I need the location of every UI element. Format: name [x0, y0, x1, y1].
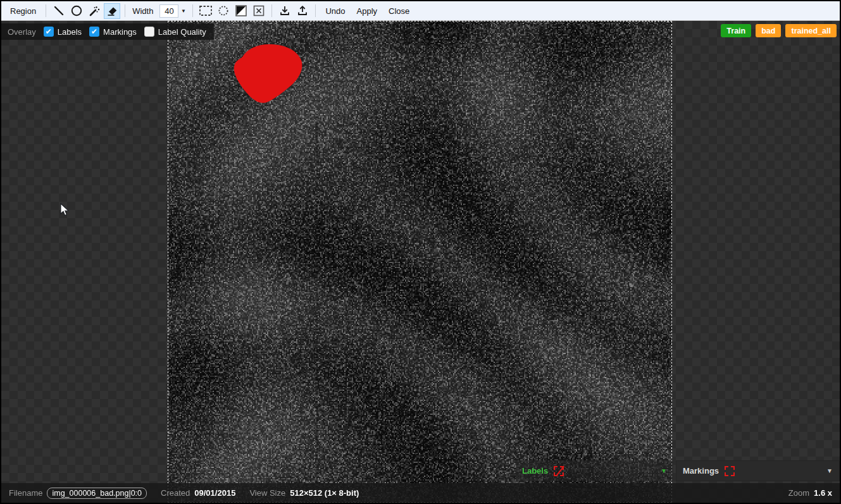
eraser-icon	[106, 4, 118, 17]
view-size-value: 512×512 (1× 8-bit)	[290, 488, 359, 498]
chevron-down-icon[interactable]: ▼	[178, 4, 188, 18]
magic-wand-icon	[88, 4, 101, 17]
apply-button[interactable]: Apply	[352, 4, 383, 18]
eraser-tool-button[interactable]	[104, 3, 120, 19]
red-dashed-slash-icon	[554, 466, 564, 476]
export-button[interactable]	[294, 3, 311, 19]
labels-dropdown-label: Labels	[522, 466, 548, 476]
image-viewport[interactable]	[168, 21, 672, 503]
x-box-icon	[252, 4, 265, 17]
checkbox-label: Markings	[103, 27, 137, 37]
workspace: Overlay ✔ Labels ✔ Markings Label Qualit…	[1, 21, 840, 503]
checkbox-unchecked-icon[interactable]	[144, 27, 154, 37]
created-value: 09/01/2015	[194, 488, 235, 498]
toolbar-separator	[46, 4, 46, 17]
circle-select-button[interactable]	[215, 3, 232, 19]
badge-train[interactable]: Train	[721, 24, 751, 37]
view-size-label: View Size	[249, 488, 285, 498]
checkbox-checked-icon[interactable]: ✔	[89, 27, 99, 37]
badge-trained-all[interactable]: trained_all	[785, 24, 837, 37]
checkbox-label: Label Quality	[158, 27, 206, 37]
checkbox-label-quality[interactable]: Label Quality	[144, 27, 206, 37]
image-canvas[interactable]	[168, 22, 671, 502]
red-dashed-square-icon	[725, 466, 735, 476]
clear-mask-button[interactable]	[251, 3, 267, 19]
undo-button[interactable]: Undo	[320, 4, 350, 18]
main-toolbar: Region	[1, 1, 840, 21]
chevron-down-icon[interactable]: ▼	[826, 467, 833, 474]
line-icon	[53, 4, 65, 17]
invert-mask-button[interactable]	[233, 3, 249, 19]
ellipse-tool-button[interactable]	[68, 3, 85, 19]
mouse-cursor	[60, 203, 70, 217]
toolbar-separator	[125, 4, 125, 17]
width-label: Width	[130, 6, 157, 16]
filename-field[interactable]: img_000006_bad.png|0:0	[47, 488, 147, 499]
ellipse-icon	[70, 4, 83, 17]
filename-label: Filename	[9, 488, 42, 498]
markings-dropdown-label: Markings	[683, 466, 719, 476]
badge-row: Train bad trained_all	[721, 24, 837, 37]
overlay-label: Overlay	[8, 27, 36, 37]
zoom-label: Zoom	[788, 488, 809, 498]
close-button[interactable]: Close	[383, 4, 414, 18]
app-window: Region	[0, 0, 841, 504]
toolbar-separator	[271, 4, 272, 17]
markings-dropdown[interactable]: Markings ▼	[676, 460, 840, 481]
toolbar-separator	[192, 4, 193, 17]
badge-bad[interactable]: bad	[756, 24, 781, 37]
rect-select-button[interactable]	[197, 3, 214, 19]
download-icon	[278, 4, 291, 17]
dotted-circle-icon	[217, 4, 230, 17]
created-label: Created	[161, 488, 190, 498]
upload-icon	[296, 4, 309, 17]
line-tool-button[interactable]	[51, 3, 67, 19]
dashed-rect-icon	[199, 4, 213, 17]
toolbar-separator	[315, 4, 316, 17]
checkbox-label: Labels	[58, 27, 82, 37]
checkbox-labels[interactable]: ✔ Labels	[44, 27, 82, 37]
labels-dropdown[interactable]: Labels ▼	[516, 460, 673, 481]
import-button[interactable]	[277, 3, 293, 19]
status-bar: Filename img_000006_bad.png|0:0 Created …	[1, 483, 840, 503]
overlay-bar: Overlay ✔ Labels ✔ Markings Label Qualit…	[1, 23, 214, 40]
checkbox-markings[interactable]: ✔ Markings	[89, 27, 137, 37]
checkbox-checked-icon[interactable]: ✔	[44, 27, 54, 37]
invert-icon	[235, 4, 247, 17]
magic-wand-tool-button[interactable]	[86, 3, 103, 19]
width-value: 40	[159, 4, 178, 18]
width-select[interactable]: 40 ▼	[159, 4, 188, 18]
chevron-down-icon[interactable]: ▼	[661, 467, 667, 474]
zoom-value: 1.6 x	[814, 488, 832, 498]
region-button[interactable]: Region	[5, 4, 41, 18]
